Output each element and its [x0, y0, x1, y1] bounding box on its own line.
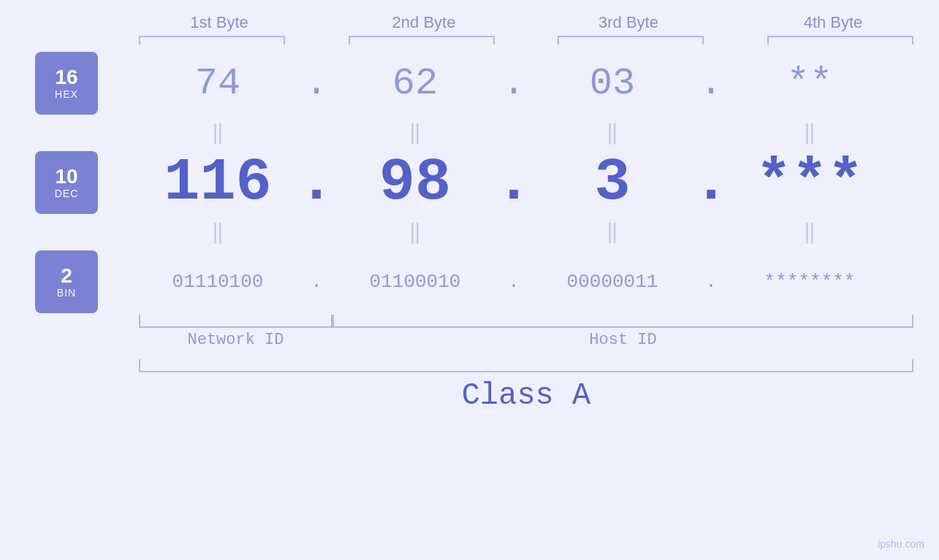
dec-b3: 3 [532, 149, 693, 217]
hex-b3: 03 [532, 62, 693, 105]
bracket-byte3 [558, 36, 704, 45]
badges-column: 16 HEX 10 DEC 2 BIN [35, 52, 101, 313]
bin-dot2: . [495, 271, 532, 293]
dec-badge-label: DEC [55, 188, 79, 199]
byte4-header: 4th Byte [753, 13, 913, 32]
bracket-byte1 [139, 36, 285, 45]
eq1-b2: ‖ [335, 120, 495, 145]
id-labels: Network ID Host ID [139, 331, 913, 349]
class-label: Class A [139, 378, 913, 413]
host-id-label: Host ID [332, 331, 913, 349]
hex-dot2: . [495, 62, 532, 105]
hex-b4: ** [729, 62, 890, 105]
byte1-header: 1st Byte [139, 13, 300, 32]
hex-badge-label: HEX [55, 88, 78, 100]
bin-dot1: . [298, 271, 335, 293]
hex-badge-num: 16 [55, 66, 77, 89]
eq1-b3: ‖ [532, 120, 693, 145]
hex-b1: 74 [137, 62, 298, 105]
bin-b1: 01110100 [137, 271, 298, 293]
eq2-b2: ‖ [335, 220, 495, 245]
eq1-b1: ‖ [137, 120, 298, 145]
network-id-label: Network ID [139, 331, 332, 349]
rows-wrapper: 16 HEX 10 DEC 2 BIN [0, 45, 939, 313]
eq-spacer-2 [35, 214, 101, 250]
bracket-byte4 [767, 36, 913, 45]
bin-badge-num: 2 [61, 265, 72, 288]
byte3-header: 3rd Byte [548, 13, 709, 32]
network-bracket [139, 315, 332, 328]
class-bracket [139, 359, 913, 372]
dec-b4: *** [729, 149, 890, 217]
dec-b2: 98 [335, 149, 495, 217]
hex-row: 74 . 62 . 03 . ** [137, 52, 890, 115]
eq1-b4: ‖ [729, 120, 890, 145]
bin-badge-label: BIN [57, 287, 76, 299]
host-bracket [332, 315, 913, 328]
hex-badge: 16 HEX [35, 52, 98, 115]
hex-b2: 62 [335, 62, 495, 105]
hex-dot1: . [298, 62, 335, 105]
dec-badge-num: 10 [55, 166, 77, 188]
dec-dot2: . [495, 149, 532, 217]
bracket-byte2 [349, 36, 495, 45]
ip-rows: 74 . 62 . 03 . ** [137, 52, 890, 313]
bin-badge-wrapper: 2 BIN [35, 250, 101, 313]
dec-badge: 10 DEC [35, 151, 98, 214]
eq2-b3: ‖ [532, 220, 693, 245]
dec-row: 116 . 98 . 3 . *** [137, 151, 890, 214]
eq2-b4: ‖ [729, 220, 890, 245]
byte2-header: 2nd Byte [343, 13, 504, 32]
dec-badge-wrapper: 10 DEC [35, 151, 101, 214]
bin-badge: 2 BIN [35, 250, 98, 313]
dec-dot1: . [298, 149, 335, 217]
top-brackets [139, 36, 913, 45]
eq-spacer-1 [35, 115, 101, 151]
bin-dot3: . [693, 271, 729, 293]
hex-dot3: . [693, 62, 729, 105]
id-brackets [139, 315, 913, 328]
bin-row: 01110100 . 01100010 . 00000011 . [137, 250, 890, 313]
dec-dot3: . [693, 149, 729, 217]
main-container: 1st Byte 2nd Byte 3rd Byte 4th Byte 16 H… [0, 0, 939, 560]
hex-badge-wrapper: 16 HEX [35, 52, 101, 115]
byte-headers: 1st Byte 2nd Byte 3rd Byte 4th Byte [139, 13, 913, 32]
dec-b1: 116 [137, 149, 298, 217]
bin-b4: ******** [729, 271, 890, 293]
eq2-b1: ‖ [137, 220, 298, 245]
eq-row-2: ‖ ‖ ‖ ‖ [137, 214, 890, 250]
watermark: ipshu.com [878, 538, 924, 550]
bin-b2: 01100010 [335, 271, 495, 293]
eq-row-1: ‖ ‖ ‖ ‖ [137, 115, 890, 151]
bin-b3: 00000011 [532, 271, 693, 293]
